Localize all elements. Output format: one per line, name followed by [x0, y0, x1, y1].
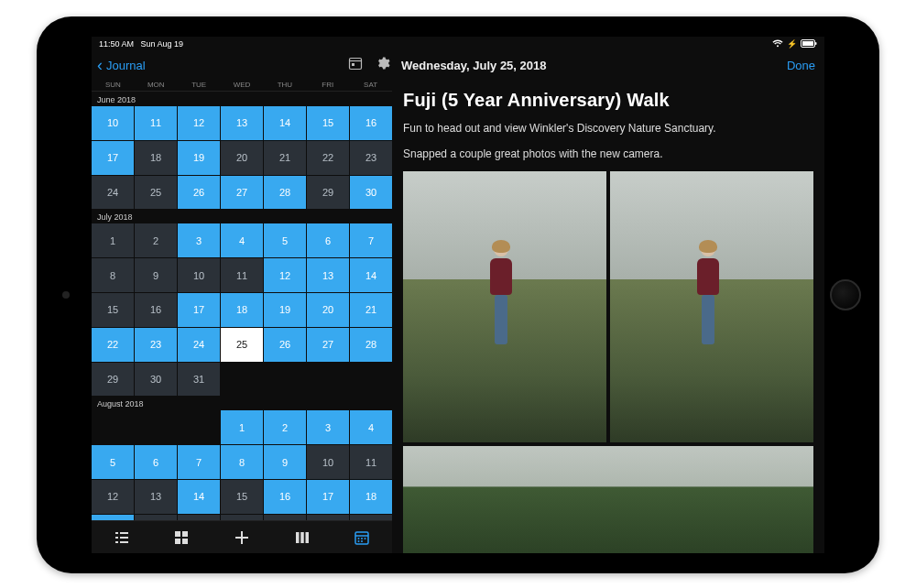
day-header: THU [263, 81, 306, 89]
day-cell[interactable]: 12 [92, 480, 134, 514]
day-cell[interactable]: 15 [307, 106, 349, 140]
entry-para-2[interactable]: Snapped a couple great photos with the n… [403, 146, 813, 162]
svg-rect-10 [115, 541, 118, 543]
home-button[interactable] [830, 279, 861, 310]
day-cell[interactable]: 18 [221, 293, 263, 327]
tab-list-view[interactable] [92, 521, 152, 553]
entry-date-header: Wednesday, July 25, 2018 [401, 59, 547, 72]
day-cell[interactable]: 13 [135, 480, 177, 514]
day-cell[interactable]: 30 [135, 363, 177, 397]
svg-rect-3 [350, 59, 362, 70]
day-cell[interactable]: 1 [92, 223, 134, 257]
day-cell[interactable]: 1 [221, 410, 263, 444]
day-cell[interactable]: 7 [178, 445, 220, 479]
day-cell[interactable]: 13 [221, 106, 263, 140]
day-cell[interactable]: 12 [178, 106, 220, 140]
back-button[interactable]: ‹ Journal [92, 57, 146, 73]
day-cell[interactable]: 13 [307, 258, 349, 292]
svg-rect-5 [352, 63, 354, 66]
back-label: Journal [106, 59, 146, 72]
day-header-row: SUNMONTUEWEDTHUFRISAT [92, 79, 392, 92]
day-cell[interactable]: 21 [350, 293, 392, 327]
today-icon[interactable] [348, 56, 363, 74]
day-cell[interactable]: 20 [221, 141, 263, 175]
day-cell[interactable]: 26 [264, 328, 306, 362]
day-cell[interactable]: 22 [92, 328, 134, 362]
month-label: July 2018 [92, 209, 392, 223]
day-cell[interactable]: 30 [350, 176, 392, 210]
day-cell[interactable]: 16 [350, 106, 392, 140]
day-cell[interactable]: 24 [92, 176, 134, 210]
day-cell[interactable]: 10 [307, 445, 349, 479]
day-header: SUN [92, 81, 135, 89]
day-cell[interactable]: 8 [92, 258, 134, 292]
day-cell[interactable]: 10 [92, 106, 134, 140]
tab-calendar-view[interactable] [332, 521, 392, 553]
day-cell[interactable]: 18 [350, 480, 392, 514]
day-cell[interactable]: 4 [350, 410, 392, 444]
gear-icon[interactable] [376, 56, 390, 74]
day-cell[interactable]: 11 [350, 445, 392, 479]
tab-column-view[interactable] [272, 521, 333, 553]
day-cell[interactable]: 29 [92, 363, 134, 397]
day-cell[interactable]: 17 [92, 141, 134, 175]
entry-title[interactable]: Fuji (5 Year Anniversary) Walk [403, 90, 813, 111]
day-header: TUE [178, 81, 221, 89]
day-cell[interactable]: 23 [135, 328, 177, 362]
day-cell[interactable]: 10 [178, 258, 220, 292]
day-cell[interactable]: 29 [307, 176, 349, 210]
entry-para-1[interactable]: Fun to head out and view Winkler's Disco… [403, 120, 813, 136]
day-cell[interactable]: 6 [135, 445, 177, 479]
done-button[interactable]: Done [787, 59, 815, 72]
day-cell[interactable]: 14 [178, 480, 220, 514]
day-cell[interactable]: 4 [221, 223, 263, 257]
day-cell[interactable]: 2 [135, 223, 177, 257]
day-cell[interactable]: 28 [264, 176, 306, 210]
day-cell[interactable]: 17 [178, 293, 220, 327]
day-cell[interactable]: 9 [264, 445, 306, 479]
day-cell[interactable]: 24 [178, 328, 220, 362]
day-cell[interactable]: 5 [264, 223, 306, 257]
day-cell[interactable]: 27 [221, 176, 263, 210]
day-cell[interactable]: 22 [307, 141, 349, 175]
entry-photo-3[interactable] [403, 446, 813, 553]
day-cell[interactable]: 17 [307, 480, 349, 514]
day-cell[interactable]: 6 [307, 223, 349, 257]
day-cell[interactable]: 27 [307, 328, 349, 362]
day-cell[interactable]: 2 [264, 410, 306, 444]
day-cell[interactable]: 5 [92, 445, 134, 479]
day-cell[interactable]: 14 [264, 106, 306, 140]
day-cell[interactable]: 14 [350, 258, 392, 292]
day-cell[interactable]: 15 [221, 480, 263, 514]
day-cell[interactable]: 7 [350, 223, 392, 257]
day-cell[interactable]: 3 [178, 223, 220, 257]
day-cell[interactable]: 16 [264, 480, 306, 514]
day-cell[interactable]: 25 [221, 328, 263, 362]
day-cell[interactable]: 16 [135, 293, 177, 327]
svg-rect-2 [815, 42, 817, 45]
day-cell[interactable]: 11 [135, 106, 177, 140]
day-cell[interactable]: 31 [178, 363, 220, 397]
day-cell[interactable]: 19 [178, 141, 220, 175]
tab-new-entry[interactable] [212, 521, 272, 553]
entry-photo-1[interactable] [403, 171, 606, 442]
calendar-scroll[interactable]: June 20181011121314151617181920212223242… [92, 92, 392, 520]
day-cell[interactable]: 26 [178, 176, 220, 210]
day-cell[interactable]: 28 [350, 328, 392, 362]
entry-panel[interactable]: Fuji (5 Year Anniversary) Walk Fun to he… [392, 79, 824, 553]
day-cell[interactable]: 23 [350, 141, 392, 175]
day-cell[interactable]: 21 [264, 141, 306, 175]
day-cell[interactable]: 20 [307, 293, 349, 327]
day-cell[interactable]: 19 [264, 293, 306, 327]
day-cell[interactable]: 18 [135, 141, 177, 175]
day-cell[interactable]: 11 [221, 258, 263, 292]
day-cell[interactable]: 15 [92, 293, 134, 327]
day-cell[interactable]: 12 [264, 258, 306, 292]
day-cell[interactable]: 3 [307, 410, 349, 444]
day-cell[interactable]: 9 [135, 258, 177, 292]
day-cell[interactable]: 8 [221, 445, 263, 479]
tab-grid-view[interactable] [152, 521, 213, 553]
entry-photo-2[interactable] [610, 171, 813, 442]
chevron-left-icon: ‹ [97, 57, 103, 73]
day-cell[interactable]: 25 [135, 176, 177, 210]
